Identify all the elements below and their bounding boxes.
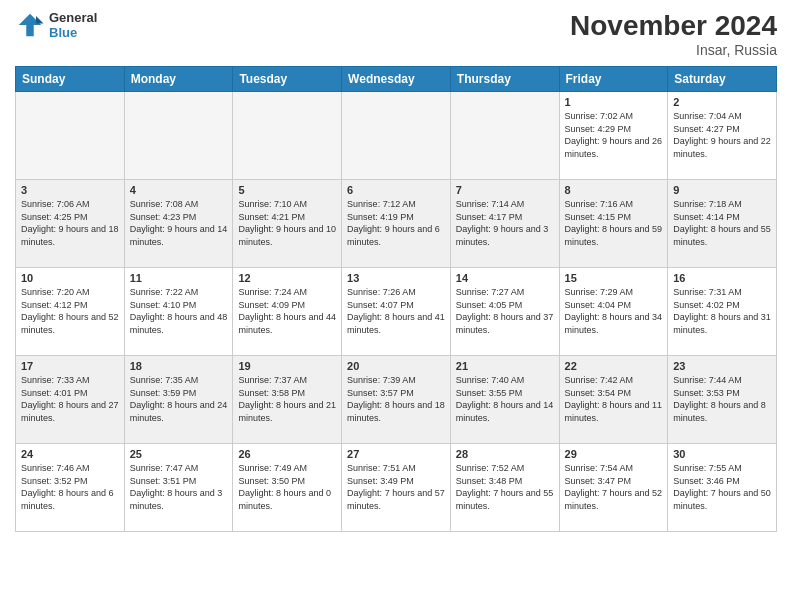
day-info: Sunrise: 7:40 AM Sunset: 3:55 PM Dayligh… (456, 374, 554, 424)
day-cell: 18Sunrise: 7:35 AM Sunset: 3:59 PM Dayli… (124, 356, 233, 444)
day-number: 30 (673, 448, 771, 460)
day-cell: 27Sunrise: 7:51 AM Sunset: 3:49 PM Dayli… (342, 444, 451, 532)
header-thursday: Thursday (450, 67, 559, 92)
day-info: Sunrise: 7:44 AM Sunset: 3:53 PM Dayligh… (673, 374, 771, 424)
svg-marker-1 (36, 16, 44, 24)
day-number: 4 (130, 184, 228, 196)
day-number: 2 (673, 96, 771, 108)
day-cell: 22Sunrise: 7:42 AM Sunset: 3:54 PM Dayli… (559, 356, 668, 444)
day-cell: 11Sunrise: 7:22 AM Sunset: 4:10 PM Dayli… (124, 268, 233, 356)
day-info: Sunrise: 7:49 AM Sunset: 3:50 PM Dayligh… (238, 462, 336, 512)
day-cell: 2Sunrise: 7:04 AM Sunset: 4:27 PM Daylig… (668, 92, 777, 180)
day-cell: 23Sunrise: 7:44 AM Sunset: 3:53 PM Dayli… (668, 356, 777, 444)
location: Insar, Russia (570, 42, 777, 58)
day-cell: 13Sunrise: 7:26 AM Sunset: 4:07 PM Dayli… (342, 268, 451, 356)
day-cell: 12Sunrise: 7:24 AM Sunset: 4:09 PM Dayli… (233, 268, 342, 356)
logo-blue: Blue (49, 25, 97, 40)
day-info: Sunrise: 7:27 AM Sunset: 4:05 PM Dayligh… (456, 286, 554, 336)
day-info: Sunrise: 7:22 AM Sunset: 4:10 PM Dayligh… (130, 286, 228, 336)
day-info: Sunrise: 7:18 AM Sunset: 4:14 PM Dayligh… (673, 198, 771, 248)
day-info: Sunrise: 7:35 AM Sunset: 3:59 PM Dayligh… (130, 374, 228, 424)
day-cell: 30Sunrise: 7:55 AM Sunset: 3:46 PM Dayli… (668, 444, 777, 532)
calendar-header-row: SundayMondayTuesdayWednesdayThursdayFrid… (16, 67, 777, 92)
calendar: SundayMondayTuesdayWednesdayThursdayFrid… (15, 66, 777, 532)
day-number: 29 (565, 448, 663, 460)
day-number: 23 (673, 360, 771, 372)
day-info: Sunrise: 7:51 AM Sunset: 3:49 PM Dayligh… (347, 462, 445, 512)
day-info: Sunrise: 7:26 AM Sunset: 4:07 PM Dayligh… (347, 286, 445, 336)
week-row-4: 24Sunrise: 7:46 AM Sunset: 3:52 PM Dayli… (16, 444, 777, 532)
day-info: Sunrise: 7:47 AM Sunset: 3:51 PM Dayligh… (130, 462, 228, 512)
day-info: Sunrise: 7:46 AM Sunset: 3:52 PM Dayligh… (21, 462, 119, 512)
day-number: 19 (238, 360, 336, 372)
day-cell: 24Sunrise: 7:46 AM Sunset: 3:52 PM Dayli… (16, 444, 125, 532)
day-info: Sunrise: 7:24 AM Sunset: 4:09 PM Dayligh… (238, 286, 336, 336)
day-number: 1 (565, 96, 663, 108)
week-row-1: 3Sunrise: 7:06 AM Sunset: 4:25 PM Daylig… (16, 180, 777, 268)
day-cell (16, 92, 125, 180)
week-row-2: 10Sunrise: 7:20 AM Sunset: 4:12 PM Dayli… (16, 268, 777, 356)
day-info: Sunrise: 7:33 AM Sunset: 4:01 PM Dayligh… (21, 374, 119, 424)
day-info: Sunrise: 7:04 AM Sunset: 4:27 PM Dayligh… (673, 110, 771, 160)
day-cell: 19Sunrise: 7:37 AM Sunset: 3:58 PM Dayli… (233, 356, 342, 444)
day-cell: 17Sunrise: 7:33 AM Sunset: 4:01 PM Dayli… (16, 356, 125, 444)
day-number: 26 (238, 448, 336, 460)
day-number: 16 (673, 272, 771, 284)
header-monday: Monday (124, 67, 233, 92)
day-number: 20 (347, 360, 445, 372)
day-cell: 16Sunrise: 7:31 AM Sunset: 4:02 PM Dayli… (668, 268, 777, 356)
day-info: Sunrise: 7:29 AM Sunset: 4:04 PM Dayligh… (565, 286, 663, 336)
day-cell: 25Sunrise: 7:47 AM Sunset: 3:51 PM Dayli… (124, 444, 233, 532)
day-number: 9 (673, 184, 771, 196)
day-number: 11 (130, 272, 228, 284)
header-saturday: Saturday (668, 67, 777, 92)
day-cell: 8Sunrise: 7:16 AM Sunset: 4:15 PM Daylig… (559, 180, 668, 268)
day-info: Sunrise: 7:54 AM Sunset: 3:47 PM Dayligh… (565, 462, 663, 512)
day-info: Sunrise: 7:14 AM Sunset: 4:17 PM Dayligh… (456, 198, 554, 248)
day-cell: 29Sunrise: 7:54 AM Sunset: 3:47 PM Dayli… (559, 444, 668, 532)
day-number: 22 (565, 360, 663, 372)
day-cell: 9Sunrise: 7:18 AM Sunset: 4:14 PM Daylig… (668, 180, 777, 268)
day-cell: 15Sunrise: 7:29 AM Sunset: 4:04 PM Dayli… (559, 268, 668, 356)
day-info: Sunrise: 7:37 AM Sunset: 3:58 PM Dayligh… (238, 374, 336, 424)
week-row-3: 17Sunrise: 7:33 AM Sunset: 4:01 PM Dayli… (16, 356, 777, 444)
logo-text: General Blue (49, 10, 97, 40)
day-number: 27 (347, 448, 445, 460)
day-info: Sunrise: 7:02 AM Sunset: 4:29 PM Dayligh… (565, 110, 663, 160)
logo-icon (15, 10, 45, 40)
day-info: Sunrise: 7:16 AM Sunset: 4:15 PM Dayligh… (565, 198, 663, 248)
header-tuesday: Tuesday (233, 67, 342, 92)
day-number: 6 (347, 184, 445, 196)
day-cell (450, 92, 559, 180)
day-number: 18 (130, 360, 228, 372)
header-sunday: Sunday (16, 67, 125, 92)
day-cell: 6Sunrise: 7:12 AM Sunset: 4:19 PM Daylig… (342, 180, 451, 268)
day-cell: 7Sunrise: 7:14 AM Sunset: 4:17 PM Daylig… (450, 180, 559, 268)
day-cell: 21Sunrise: 7:40 AM Sunset: 3:55 PM Dayli… (450, 356, 559, 444)
header: General Blue November 2024 Insar, Russia (15, 10, 777, 58)
day-cell: 3Sunrise: 7:06 AM Sunset: 4:25 PM Daylig… (16, 180, 125, 268)
day-number: 24 (21, 448, 119, 460)
day-number: 12 (238, 272, 336, 284)
day-info: Sunrise: 7:31 AM Sunset: 4:02 PM Dayligh… (673, 286, 771, 336)
day-info: Sunrise: 7:42 AM Sunset: 3:54 PM Dayligh… (565, 374, 663, 424)
page: General Blue November 2024 Insar, Russia… (0, 0, 792, 612)
day-number: 3 (21, 184, 119, 196)
day-cell: 26Sunrise: 7:49 AM Sunset: 3:50 PM Dayli… (233, 444, 342, 532)
svg-marker-0 (19, 14, 42, 37)
day-info: Sunrise: 7:08 AM Sunset: 4:23 PM Dayligh… (130, 198, 228, 248)
day-number: 10 (21, 272, 119, 284)
day-info: Sunrise: 7:52 AM Sunset: 3:48 PM Dayligh… (456, 462, 554, 512)
day-cell: 4Sunrise: 7:08 AM Sunset: 4:23 PM Daylig… (124, 180, 233, 268)
day-info: Sunrise: 7:55 AM Sunset: 3:46 PM Dayligh… (673, 462, 771, 512)
day-cell: 10Sunrise: 7:20 AM Sunset: 4:12 PM Dayli… (16, 268, 125, 356)
day-info: Sunrise: 7:06 AM Sunset: 4:25 PM Dayligh… (21, 198, 119, 248)
day-cell (233, 92, 342, 180)
day-number: 8 (565, 184, 663, 196)
day-cell (342, 92, 451, 180)
day-info: Sunrise: 7:39 AM Sunset: 3:57 PM Dayligh… (347, 374, 445, 424)
day-number: 25 (130, 448, 228, 460)
month-title: November 2024 (570, 10, 777, 42)
day-info: Sunrise: 7:12 AM Sunset: 4:19 PM Dayligh… (347, 198, 445, 248)
day-cell (124, 92, 233, 180)
